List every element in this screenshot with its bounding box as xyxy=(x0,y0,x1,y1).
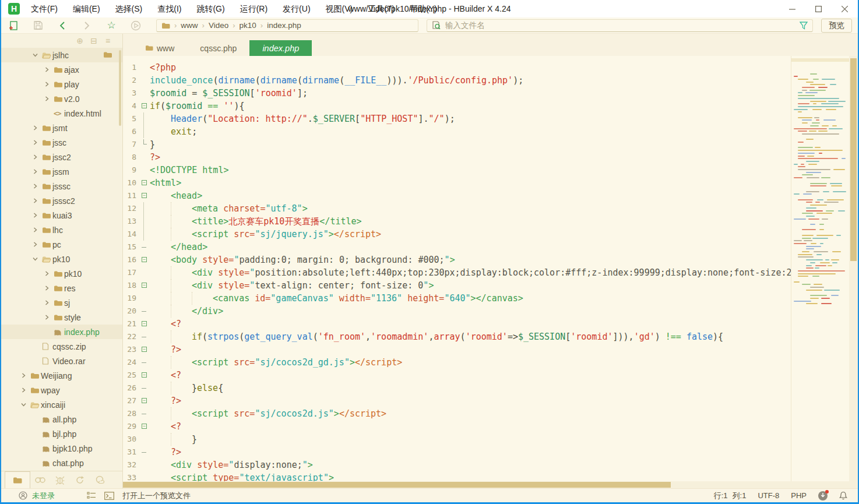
chevron-right-icon[interactable] xyxy=(32,154,42,160)
tree-item-jssc2[interactable]: jssc2 xyxy=(1,150,122,164)
filter-icon[interactable] xyxy=(800,22,808,32)
collapse-all-icon[interactable]: ⊟ xyxy=(90,36,98,45)
search-input[interactable] xyxy=(445,21,808,30)
sync-panel-tab[interactable] xyxy=(70,471,90,488)
chevron-right-icon[interactable] xyxy=(32,168,42,175)
chevron-right-icon[interactable] xyxy=(32,212,42,218)
tree-item-wpay[interactable]: wpay xyxy=(1,383,122,397)
tree-item-pk10[interactable]: pk10 xyxy=(1,252,122,266)
menu-4[interactable]: 跳转(G) xyxy=(189,0,232,17)
debug-panel-tab[interactable] xyxy=(50,471,70,488)
sidebar-scrollbar[interactable] xyxy=(119,50,121,126)
tree-item-Video.rar[interactable]: Video.rar xyxy=(1,354,122,368)
fold-marker[interactable]: − xyxy=(140,318,150,330)
fold-marker[interactable]: − xyxy=(140,253,150,266)
fold-marker[interactable]: − xyxy=(140,394,150,407)
chevron-right-icon[interactable] xyxy=(32,198,42,204)
chevron-right-icon[interactable] xyxy=(32,139,42,146)
tab-cqssc.php[interactable]: cqssc.php xyxy=(187,40,249,56)
tree-item-jsssc2[interactable]: jsssc2 xyxy=(1,193,122,208)
update-icon[interactable] xyxy=(818,491,828,501)
tree-item-bjpk10.php[interactable]: bjpk10.php xyxy=(1,441,122,456)
tree-item-all.php[interactable]: all.php xyxy=(1,412,122,427)
fold-marker[interactable]: − xyxy=(140,420,150,433)
chevron-right-icon[interactable] xyxy=(44,270,54,277)
chevron-right-icon[interactable] xyxy=(20,387,30,393)
encoding-indicator[interactable]: UTF-8 xyxy=(758,491,779,500)
menu-3[interactable]: 查找(I) xyxy=(150,0,189,17)
tab-www[interactable]: www xyxy=(132,40,187,56)
forward-button[interactable] xyxy=(75,17,99,34)
tree-item-jsssc[interactable]: jsssc xyxy=(1,179,122,193)
open-last-preview[interactable]: 打开上一个预览文件 xyxy=(122,491,191,501)
tree-item-v2.0[interactable]: v2.0 xyxy=(1,91,122,106)
breadcrumb-item-pk10[interactable]: pk10 xyxy=(240,21,256,30)
back-button[interactable] xyxy=(50,17,75,34)
run-button[interactable] xyxy=(124,17,148,34)
code-editor[interactable]: 1<?php2include_once(dirname(dirname(dirn… xyxy=(123,56,858,481)
breadcrumb-item-www[interactable]: www xyxy=(181,21,198,30)
tree-item-index.html[interactable]: <>index.html xyxy=(1,106,122,121)
language-mode[interactable]: PHP xyxy=(791,491,807,500)
chevron-right-icon[interactable] xyxy=(20,372,30,379)
menu-6[interactable]: 发行(U) xyxy=(275,0,318,17)
terminal-icon[interactable] xyxy=(104,492,114,500)
chevron-down-icon[interactable] xyxy=(20,401,30,408)
login-status[interactable]: 未登录 xyxy=(32,491,55,501)
tree-item-chat.php[interactable]: chat.php xyxy=(1,456,122,470)
tree-item-lhc[interactable]: lhc xyxy=(1,223,122,237)
fold-marker[interactable]: − xyxy=(140,100,150,112)
breadcrumb-item-index.php[interactable]: index.php xyxy=(267,21,301,30)
tree-item-jssm[interactable]: jssm xyxy=(1,164,122,179)
close-button[interactable] xyxy=(832,0,858,17)
cursor-position[interactable]: 行:1列:1 xyxy=(714,491,747,501)
tree-item-Weijiang[interactable]: Weijiang xyxy=(1,368,122,383)
minimap[interactable] xyxy=(791,56,849,481)
chevron-right-icon[interactable] xyxy=(32,125,42,131)
minimize-button[interactable] xyxy=(779,0,805,17)
tree-item-jsmt[interactable]: jsmt xyxy=(1,121,122,135)
chevron-right-icon[interactable] xyxy=(44,299,54,306)
tree-item-ajax[interactable]: ajax xyxy=(1,62,122,77)
chevron-right-icon[interactable] xyxy=(44,96,54,102)
fold-marker[interactable]: − xyxy=(140,279,150,292)
tree-item-sj[interactable]: sj xyxy=(1,295,122,310)
chevron-right-icon[interactable] xyxy=(44,314,54,320)
tree-item-jslhc[interactable]: jslhc xyxy=(1,48,122,62)
tree-item-pc[interactable]: pc xyxy=(1,237,122,252)
project-folder-icon[interactable] xyxy=(103,51,112,60)
tree-item-play[interactable]: play xyxy=(1,77,122,91)
new-file-button[interactable] xyxy=(1,17,26,34)
menu-1[interactable]: 编辑(E) xyxy=(65,0,108,17)
tree-item-kuai3[interactable]: kuai3 xyxy=(1,208,122,223)
chevron-right-icon[interactable] xyxy=(32,227,42,233)
notification-bell-icon[interactable] xyxy=(839,491,847,500)
tree-item-pk10[interactable]: pk10 xyxy=(1,266,122,281)
preview-button[interactable]: 预览 xyxy=(821,19,852,33)
breadcrumb-item-Video[interactable]: Video xyxy=(209,21,228,30)
chevron-right-icon[interactable] xyxy=(32,241,42,248)
maximize-button[interactable] xyxy=(805,0,832,17)
chevron-right-icon[interactable] xyxy=(44,66,54,73)
fold-marker[interactable]: − xyxy=(140,343,150,356)
fold-marker[interactable]: − xyxy=(140,369,150,382)
sidebar-menu-icon[interactable]: ≡ xyxy=(104,36,112,45)
vertical-scrollbar-thumb[interactable] xyxy=(850,58,857,261)
chevron-down-icon[interactable] xyxy=(32,52,42,58)
task-list-icon[interactable] xyxy=(87,492,96,499)
chevron-down-icon[interactable] xyxy=(32,256,42,262)
fold-marker[interactable]: − xyxy=(140,177,150,189)
favorite-star-button[interactable]: ☆ xyxy=(99,17,124,34)
menu-0[interactable]: 文件(F) xyxy=(23,0,65,17)
remote-panel-tab[interactable] xyxy=(90,471,110,488)
search-panel-tab[interactable] xyxy=(30,471,50,488)
menu-2[interactable]: 选择(S) xyxy=(108,0,150,17)
tree-item-xincaiji[interactable]: xincaiji xyxy=(1,397,122,412)
menu-5[interactable]: 运行(R) xyxy=(233,0,275,17)
tab-index.php[interactable]: index.php xyxy=(249,40,312,56)
tree-item-bjl.php[interactable]: bjl.php xyxy=(1,427,122,441)
tree-item-res[interactable]: res xyxy=(1,281,122,295)
chevron-right-icon[interactable] xyxy=(32,183,42,189)
locate-file-icon[interactable]: ⊕ xyxy=(76,36,84,45)
tree-item-style[interactable]: style xyxy=(1,310,122,325)
